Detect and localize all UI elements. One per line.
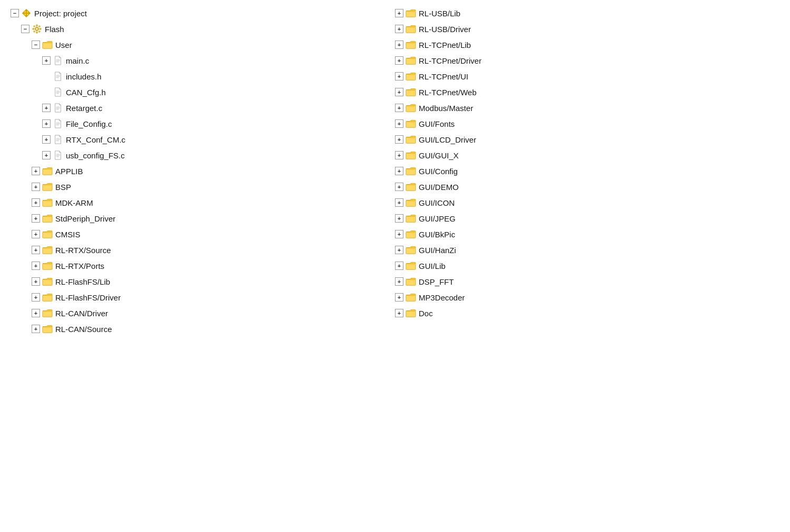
expand-button[interactable]: − [21, 25, 29, 33]
tree-item[interactable]: + RL-RTX/Source [11, 242, 395, 258]
item-label: GUI/HanZi [419, 246, 456, 255]
expand-button[interactable]: + [395, 246, 403, 254]
expand-button[interactable]: + [395, 135, 403, 144]
expand-button[interactable]: + [395, 277, 403, 286]
tree-item[interactable]: + RL-USB/Lib [395, 5, 779, 21]
expand-button[interactable]: + [395, 198, 403, 207]
expand-button[interactable]: + [42, 151, 51, 159]
tree-item[interactable]: − Project: project [11, 5, 395, 21]
tree-item[interactable]: + GUI/Config [395, 163, 779, 179]
expand-button[interactable]: + [32, 309, 40, 317]
svg-rect-49 [43, 311, 52, 317]
expand-button[interactable]: + [42, 104, 51, 112]
tree-item[interactable]: + RL-TCPnet/Lib [395, 37, 779, 53]
tree-item[interactable]: + DSP_FFT [395, 274, 779, 289]
expand-button[interactable]: + [42, 135, 51, 144]
tree-item[interactable]: + RL-CAN/Driver [11, 305, 395, 321]
tree-item[interactable]: + GUI/LCD_Driver [395, 132, 779, 147]
svg-rect-13 [38, 25, 40, 27]
expand-button[interactable]: + [32, 325, 40, 333]
tree-item[interactable]: + GUI/HanZi [395, 242, 779, 258]
expand-button[interactable]: + [395, 88, 403, 96]
tree-item[interactable]: + GUI/Lib [395, 258, 779, 274]
expand-button[interactable]: + [395, 183, 403, 191]
tree-item[interactable]: + Retarget.c [11, 100, 395, 116]
expand-button[interactable]: − [32, 41, 40, 49]
tree-item[interactable]: + MP3Decoder [395, 289, 779, 305]
item-label: MDK-ARM [55, 198, 93, 207]
expand-button[interactable]: + [32, 262, 40, 270]
item-label: RL-USB/Driver [419, 25, 471, 34]
svg-rect-67 [406, 264, 416, 269]
expand-button[interactable]: + [42, 119, 51, 128]
expand-button[interactable]: + [395, 56, 403, 65]
folder-icon [406, 197, 416, 208]
expand-button[interactable]: + [32, 246, 40, 254]
expand-button[interactable]: + [32, 167, 40, 175]
item-label: RTX_Conf_CM.c [66, 135, 125, 144]
tree-item[interactable]: + MDK-ARM [11, 195, 395, 210]
folder-icon [406, 39, 416, 50]
tree-item[interactable]: + usb_config_FS.c [11, 147, 395, 163]
tree-item[interactable]: + RL-USB/Driver [395, 21, 779, 37]
expand-button[interactable]: + [32, 183, 40, 191]
tree-item[interactable]: + BSP [11, 179, 395, 195]
expand-button[interactable]: + [395, 309, 403, 317]
expand-button[interactable]: + [32, 214, 40, 223]
tree-item[interactable]: + RL-CAN/Source [11, 321, 395, 337]
tree-item[interactable]: CAN_Cfg.h [11, 84, 395, 100]
expand-button[interactable]: − [11, 9, 19, 17]
tree-item[interactable]: − User [11, 37, 395, 53]
expand-button[interactable]: + [395, 41, 403, 49]
expand-button[interactable]: + [395, 25, 403, 33]
tree-item[interactable]: + GUI/JPEG [395, 210, 779, 226]
expand-button[interactable]: + [395, 214, 403, 223]
tree-item[interactable]: + RL-FlashFS/Driver [11, 289, 395, 305]
svg-rect-69 [406, 295, 416, 301]
expand-spacer [42, 88, 51, 96]
svg-rect-65 [406, 232, 416, 238]
tree-item[interactable]: + File_Config.c [11, 116, 395, 132]
tree-item[interactable]: − Flash [11, 21, 395, 37]
folder-icon [406, 260, 416, 271]
expand-button[interactable]: + [395, 9, 403, 17]
item-label: RL-TCPnet/Driver [419, 56, 481, 65]
folder-icon [42, 292, 53, 303]
tree-item[interactable]: + RTX_Conf_CM.c [11, 132, 395, 147]
tree-item[interactable]: + main.c [11, 53, 395, 68]
tree-item[interactable]: + GUI/Fonts [395, 116, 779, 132]
expand-button[interactable]: + [395, 230, 403, 238]
expand-button[interactable]: + [395, 262, 403, 270]
tree-item[interactable]: + APPLIB [11, 163, 395, 179]
tree-item[interactable]: + RL-FlashFS/Lib [11, 274, 395, 289]
tree-item[interactable]: + RL-TCPnet/UI [395, 68, 779, 84]
tree-item[interactable]: includes.h [11, 68, 395, 84]
expand-button[interactable]: + [42, 56, 51, 65]
item-label: File_Config.c [66, 119, 112, 128]
tree-item[interactable]: + Doc [395, 305, 779, 321]
tree-item[interactable]: + RL-TCPnet/Web [395, 84, 779, 100]
tree-item[interactable]: + GUI/DEMO [395, 179, 779, 195]
expand-button[interactable]: + [395, 167, 403, 175]
expand-button[interactable]: + [32, 293, 40, 302]
expand-button[interactable]: + [395, 72, 403, 81]
folder-icon [42, 39, 53, 50]
item-label: DSP_FFT [419, 277, 454, 286]
tree-item[interactable]: + RL-TCPnet/Driver [395, 53, 779, 68]
expand-button[interactable]: + [32, 230, 40, 238]
expand-button[interactable]: + [32, 277, 40, 286]
item-label: RL-CAN/Source [55, 325, 112, 334]
tree-item[interactable]: + GUI/GUI_X [395, 147, 779, 163]
tree-item[interactable]: + StdPeriph_Driver [11, 210, 395, 226]
expand-button[interactable]: + [395, 293, 403, 302]
tree-item[interactable]: + CMSIS [11, 226, 395, 242]
expand-button[interactable]: + [395, 151, 403, 159]
tree-item[interactable]: + GUI/ICON [395, 195, 779, 210]
expand-button[interactable]: + [32, 198, 40, 207]
tree-item[interactable]: + GUI/BkPic [395, 226, 779, 242]
expand-button[interactable]: + [395, 104, 403, 112]
tree-item[interactable]: + Modbus/Master [395, 100, 779, 116]
expand-button[interactable]: + [395, 119, 403, 128]
folder-icon [42, 276, 53, 287]
tree-item[interactable]: + RL-RTX/Ports [11, 258, 395, 274]
